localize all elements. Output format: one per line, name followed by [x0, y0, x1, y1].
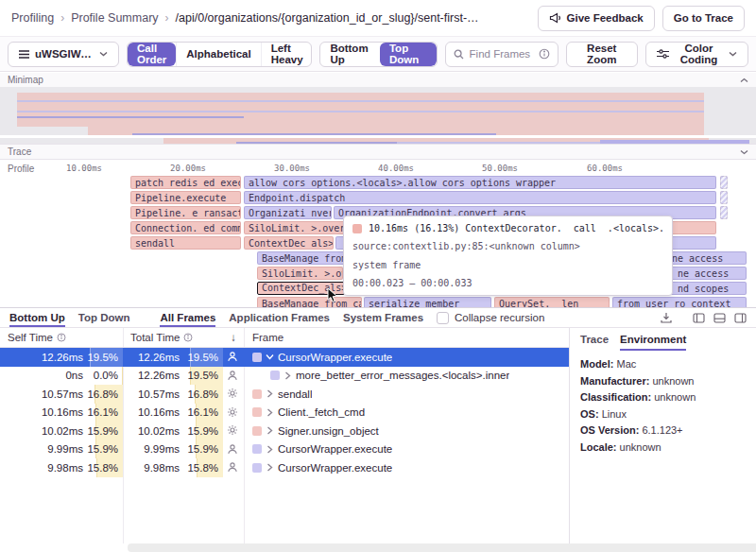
flame-frame[interactable]: Connection._ed_command [130, 221, 241, 234]
download-icon[interactable] [661, 312, 672, 323]
panel-layout-icons [661, 312, 747, 323]
flame-frame[interactable]: ContextDec_als>.i [257, 282, 345, 295]
breadcrumb-item[interactable]: /api/0/organizations/{organization_id_or… [176, 11, 479, 25]
breadcrumb-separator: › [60, 11, 64, 25]
flame-frame[interactable]: Pipeline.execute [130, 191, 241, 204]
total-time-header[interactable]: Total Time ↓ [123, 332, 244, 343]
flame-frame[interactable]: sendall [130, 236, 241, 250]
collapse-recursion-toggle[interactable]: Collapse recursion [437, 312, 544, 324]
color-coding-button[interactable]: Color Coding [645, 42, 748, 67]
header-actions: Give Feedback Go to Trace [538, 6, 745, 31]
total-time-cell: 10.02ms15.9% [123, 422, 244, 440]
table-row[interactable]: 12.26ms19.5%12.26ms19.5%CursorWrapper.ex… [0, 348, 569, 367]
flame-frame[interactable]: ContextDec_als>.i [244, 236, 334, 250]
dock-bottom-layout-icon[interactable] [713, 313, 726, 323]
flame-frame[interactable]: allow_cors_options.<locals>.allow_cors_o… [244, 176, 716, 189]
thread-selector[interactable]: uWSGIWor… [8, 42, 119, 67]
sort-option-alphabetical[interactable]: Alphabetical [176, 43, 260, 66]
self-time-cell: 10.57ms16.8% [0, 385, 123, 404]
table-rows: 12.26ms19.5%12.26ms19.5%CursorWrapper.ex… [0, 348, 569, 477]
frame-header[interactable]: Frame [244, 332, 284, 343]
chevron-right-icon[interactable] [266, 445, 273, 454]
tab-system-frames[interactable]: System Frames [343, 308, 423, 327]
collapse-trace-icon[interactable] [740, 149, 748, 155]
flame-frame[interactable]: from_user_ro_context [612, 297, 747, 307]
table-row[interactable]: 10.16ms16.1%10.16ms16.1%Client._fetch_cm… [0, 404, 569, 423]
give-feedback-label: Give Feedback [567, 12, 644, 24]
tab-all-frames[interactable]: All Frames [160, 308, 215, 327]
environment-field-label: Classification: [580, 391, 651, 403]
table-row[interactable]: 10.02ms15.9%10.02ms15.9%Signer.unsign_ob… [0, 422, 569, 440]
application-frame-icon [227, 351, 239, 363]
details-tab-trace[interactable]: Trace [580, 328, 609, 351]
frame-name: Signer.unsign_object [278, 425, 379, 437]
frame-name: CursorWrapper.execute [278, 462, 392, 474]
horizontal-scrollbar[interactable] [128, 543, 756, 552]
tab-top-down[interactable]: Top Down [78, 308, 130, 327]
percent-text: 15.9% [187, 443, 218, 455]
system-frame-icon [227, 406, 239, 419]
percent-text: 19.5% [187, 352, 218, 363]
flame-frame[interactable]: Endpoint.dispatch [244, 191, 716, 204]
sort-descending-icon[interactable]: ↓ [231, 332, 244, 343]
flame-frame[interactable]: Pipeline._e_ransaction [130, 206, 241, 219]
dock-right-layout-icon[interactable] [734, 313, 747, 323]
flame-frame[interactable] [720, 176, 728, 189]
chevron-right-icon[interactable] [266, 408, 273, 417]
table-row[interactable]: 9.98ms15.8%9.98ms15.8%CursorWrapper.exec… [0, 458, 569, 477]
environment-field: OS: Linux [580, 406, 756, 423]
self-time-value: 10.57ms [42, 388, 83, 400]
flame-frame[interactable]: patch_redis_ed_execute [130, 176, 241, 189]
time-tick-label: 20.00ms [153, 164, 206, 173]
chevron-down-icon[interactable] [266, 353, 273, 361]
go-to-trace-button[interactable]: Go to Trace [662, 6, 745, 31]
view-option-top-down[interactable]: Top Down [380, 43, 437, 66]
flame-frame[interactable] [720, 191, 728, 204]
flame-frame[interactable] [720, 206, 728, 219]
total-time-value: 10.57ms [138, 388, 180, 400]
self-time-value: 10.02ms [42, 425, 83, 437]
sort-option-left-heavy[interactable]: Left Heavy [261, 43, 313, 66]
search-input[interactable]: Find Frames [445, 42, 558, 67]
reset-zoom-button[interactable]: Reset Zoom [566, 42, 638, 67]
frame-cell: more_better_error_messages.<locals>.inne… [244, 370, 569, 381]
time-axis: Profile 10.00ms20.00ms30.00ms40.00ms50.0… [0, 160, 756, 176]
collapse-minimap-icon[interactable] [740, 78, 748, 83]
breadcrumb-item[interactable]: Profiling [11, 11, 54, 25]
total-time-percent: 16.1% [183, 404, 223, 423]
view-option-bottom-up[interactable]: Bottom Up [320, 43, 380, 66]
chevron-right-icon[interactable] [266, 389, 273, 398]
tab-application-frames[interactable]: Application Frames [229, 308, 330, 327]
total-time-percent: 15.8% [183, 458, 223, 477]
table-row[interactable]: 9.99ms15.9%9.99ms15.9%CursorWrapper.exec… [0, 440, 569, 459]
frame-color-swatch [252, 463, 262, 473]
tooltip-frame-kind: system frame [352, 260, 663, 270]
percent-text: 19.5% [87, 352, 118, 363]
minimap-block [17, 100, 704, 102]
self-time-cell: 0ns0.0% [0, 367, 123, 386]
flame-frame[interactable]: QuerySet.__len__ [494, 297, 610, 307]
give-feedback-button[interactable]: Give Feedback [538, 6, 655, 31]
flame-frame[interactable]: Organizati_nvert_args [244, 206, 332, 219]
flame-frame[interactable]: SiloLimit._>.over [257, 267, 343, 280]
table-row[interactable]: 10.57ms16.8%10.57ms16.8%sendall [0, 385, 569, 404]
flame-frame-label: Pipeline._e_ransaction [135, 208, 241, 218]
flame-frame[interactable]: serialize_member [364, 297, 491, 307]
tab-bottom-up[interactable]: Bottom Up [9, 308, 65, 327]
percent-text: 15.9% [187, 425, 218, 437]
sort-option-call-order[interactable]: Call Order [128, 43, 176, 66]
minimap-canvas[interactable] [0, 87, 756, 144]
self-time-header[interactable]: Self Time [0, 332, 123, 343]
dock-left-layout-icon[interactable] [693, 313, 705, 323]
details-tab-environment[interactable]: Environment [620, 328, 686, 351]
chevron-right-icon[interactable] [284, 371, 291, 380]
percent-text: 15.8% [187, 462, 218, 474]
collapse-recursion-checkbox[interactable] [437, 312, 449, 324]
table-row[interactable]: 0ns0.0%12.26ms19.5%more_better_error_mes… [0, 367, 569, 386]
time-tick-label: 50.00ms [465, 164, 518, 173]
breadcrumb-item[interactable]: Profile Summary [71, 11, 158, 25]
chevron-right-icon[interactable] [266, 463, 273, 472]
flame-frame[interactable]: BaseManage_from_cache [257, 297, 362, 307]
chevron-right-icon[interactable] [266, 426, 273, 435]
frame-cell: CursorWrapper.execute [244, 462, 569, 474]
